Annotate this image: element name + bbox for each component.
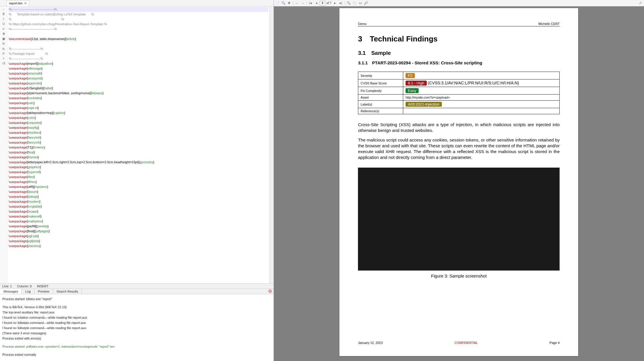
code-line[interactable]: \usepackage{framed} <box>9 155 268 160</box>
tab-messages[interactable]: Messages <box>0 289 22 294</box>
code-line[interactable]: \usepackage{color} <box>9 115 268 120</box>
zoom-width-icon[interactable]: ⬚ <box>352 1 357 6</box>
heading-3: 3.1.1 PTART-2023-00294 - Stored XSS: Cro… <box>358 60 560 65</box>
code-line[interactable]: %---------------------------------------… <box>9 7 268 12</box>
code-line[interactable]: \usepackage{calc} <box>9 101 268 106</box>
last-page-icon[interactable]: ▸| <box>338 1 343 6</box>
code-line[interactable]: \usepackage{lipsum} <box>9 189 268 194</box>
code-line[interactable]: \documentclass[12pt, table,dvipsnames]{a… <box>9 37 268 41</box>
status-column: Column: 0 <box>17 284 32 288</box>
code-line[interactable]: \usepackage{graphicx} <box>9 165 268 170</box>
gutter-btn-11[interactable]: √2 <box>2 62 5 65</box>
close-panel-icon[interactable]: ✕ <box>268 289 272 293</box>
gutter-btn-7[interactable]: fx <box>3 42 5 45</box>
code-line[interactable]: %---------------------------% <box>9 56 268 61</box>
code-line[interactable] <box>9 41 268 46</box>
next-page-icon[interactable]: ▸ <box>332 1 338 6</box>
code-line[interactable]: \usepackage{easyfig} <box>9 125 268 130</box>
move-icon[interactable]: ✥ <box>287 1 292 6</box>
code-line[interactable]: \usepackage[parfill]{parskip} <box>9 224 268 229</box>
code-line[interactable]: \usepackage{ifthen} <box>9 179 268 184</box>
gutter-btn-3[interactable]: U <box>3 22 5 26</box>
gutter-btn-5[interactable]: ≣ <box>3 32 5 35</box>
close-icon[interactable]: ✕ <box>24 1 27 5</box>
gutter-btn-4[interactable]: ≡ <box>3 27 5 30</box>
code-line[interactable]: %---------------------------% <box>9 46 268 51</box>
code-line[interactable]: \usepackage{amssymb} <box>9 76 268 81</box>
preview-area[interactable]: Demo Michelin CERT 3 Technical Findings … <box>274 6 644 361</box>
code-line[interactable]: \usepackage{mathptmx} <box>9 219 268 224</box>
message-line: Process exited normally <box>2 352 271 357</box>
zoom-actual-icon[interactable]: 🔎 <box>363 1 369 6</box>
code-line[interactable]: \usepackage{pgfplots} <box>9 239 268 244</box>
back-icon[interactable]: ← <box>294 1 300 6</box>
code-line[interactable] <box>9 32 268 37</box>
tab-search[interactable]: Search Results <box>53 289 82 294</box>
code-line[interactable]: \usepackage{listings} <box>9 194 268 199</box>
forward-icon[interactable]: → <box>300 1 305 6</box>
code-line[interactable]: \usepackage{iftex} <box>9 175 268 179</box>
first-page-icon[interactable]: |◂ <box>308 1 313 6</box>
gutter-btn-1[interactable]: B <box>3 12 5 16</box>
code-line[interactable]: \usepackage[style=numeric,backend=biber,… <box>9 91 268 96</box>
zoom-page-icon[interactable]: ▭ <box>358 1 363 6</box>
heading-2: 3.1 Sample <box>358 50 560 56</box>
pdf-page: Demo Michelin CERT 3 Technical Findings … <box>339 8 578 356</box>
search-icon[interactable]: 🔍 <box>281 1 286 6</box>
tab-preview[interactable]: Preview <box>35 289 53 294</box>
code-line[interactable]: \usepackage[export]{adjustbox} <box>9 61 268 66</box>
code-line[interactable]: \usepackage{makecell} <box>9 214 268 219</box>
code-line[interactable]: % https://github.com/cyber-cfreg/Penetra… <box>9 22 268 27</box>
scrollbar-vertical[interactable] <box>269 6 274 283</box>
code-line[interactable]: \usepackage{lscape} <box>9 209 268 214</box>
messages-panel[interactable]: Process started: bibtex.exe "report"This… <box>0 294 274 361</box>
page-head-left: Demo <box>358 22 366 26</box>
message-line: Process exited with error(s) <box>2 336 271 341</box>
fix-badge: Easy <box>406 88 419 93</box>
code-line[interactable]: % % <box>9 17 268 22</box>
ref-val <box>403 108 560 114</box>
gutter-btn-2[interactable]: I <box>3 17 4 21</box>
code-line[interactable]: \usepackage{appendix} <box>9 81 268 86</box>
gutter-btn-8[interactable]: x₁ <box>2 47 5 50</box>
code-editor[interactable]: %---------------------------------------… <box>8 6 269 283</box>
code-line[interactable]: % Template based on cyber@cfreg LaTeX te… <box>9 12 268 17</box>
prev-page-icon[interactable]: ◂ <box>314 1 319 6</box>
doc-icon[interactable]: 📄 <box>275 1 280 6</box>
gutter-btn-10[interactable]: ÷ <box>3 57 5 60</box>
code-line[interactable]: \usepackage{afterpage} <box>9 66 268 71</box>
code-line[interactable]: \usepackage{etoolbox} <box>9 130 268 135</box>
code-line[interactable]: \usepackage{amsmath} <box>9 71 268 76</box>
code-line[interactable]: \usepackage{float} <box>9 150 268 155</box>
code-line[interactable]: \usepackage{lmodern} <box>9 199 268 204</box>
gutter-btn-9[interactable]: x¹ <box>2 52 5 55</box>
code-line[interactable]: \usepackage[letterpaper,left=2.5cm,right… <box>9 160 268 165</box>
code-line[interactable]: \usepackage[tableposition=top]{caption} <box>9 110 268 115</box>
code-line[interactable]: \usepackage{longtable} <box>9 204 268 209</box>
code-line[interactable]: % Package import % <box>9 51 268 56</box>
code-line[interactable]: %---------------------------------------… <box>9 27 268 32</box>
code-line[interactable]: \usepackage{placeins} <box>9 244 268 248</box>
gutter-btn-0[interactable]: ← <box>2 8 5 11</box>
gutter-btn-6[interactable]: ▦ <box>2 37 5 40</box>
message-line: I found no \bibstyle command---while rea… <box>2 326 271 330</box>
asset-val: http://mysite.com?s=<payload> <box>403 95 560 101</box>
code-line[interactable]: \usepackage[final]{pdfpages} <box>9 229 268 234</box>
expand-icon[interactable]: ⤢ <box>638 1 643 6</box>
zoom-fit-icon[interactable]: 🔍 <box>346 1 351 6</box>
code-line[interactable]: \usepackage[utf8]{inputenc} <box>9 184 268 189</box>
tab-log[interactable]: Log <box>22 289 34 294</box>
code-line[interactable]: \usepackage{fancyhdr} <box>9 135 268 140</box>
page-input[interactable] <box>320 1 325 6</box>
tab-report[interactable]: report.tex ✕ <box>6 0 29 6</box>
code-line[interactable]: \usepackage{hyperref} <box>9 170 268 175</box>
code-line[interactable]: \usepackage{fancyvrb} <box>9 140 268 145</box>
tab-filename: report.tex <box>9 1 22 5</box>
status-mode: INSERT <box>37 284 48 288</box>
code-line[interactable]: \usepackage{booktabs} <box>9 96 268 101</box>
code-line[interactable]: \usepackage{capt-of} <box>9 106 268 110</box>
code-line[interactable]: \usepackage{pgf-pie} <box>9 234 268 239</box>
code-line[interactable]: \usepackage[USenglish]{babel} <box>9 86 268 91</box>
code-line[interactable]: \usepackage{csquotes} <box>9 120 268 125</box>
code-line[interactable]: \usepackage[T1]{fontenc} <box>9 145 268 150</box>
